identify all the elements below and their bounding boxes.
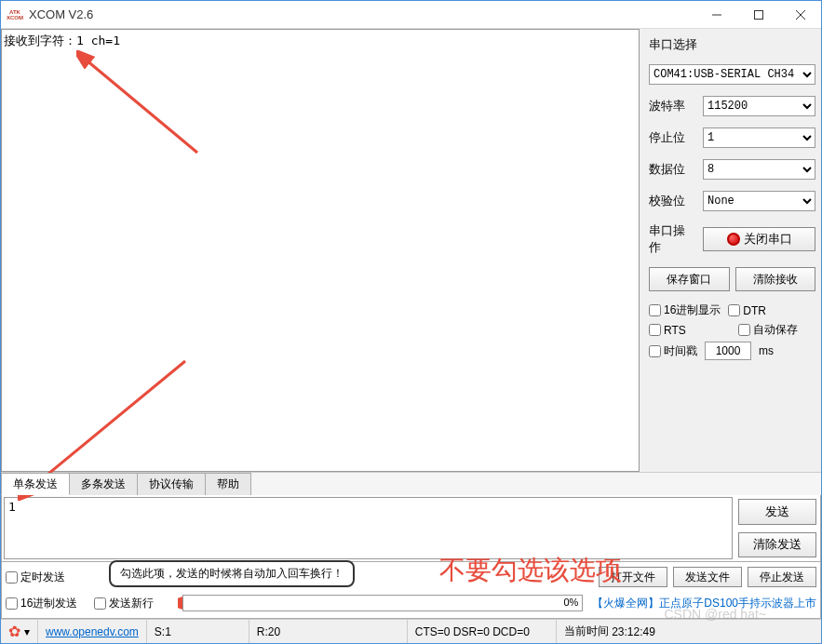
status-received: R:20 [249,620,408,643]
serial-section-title: 串口选择 [649,36,815,53]
stopbit-selector[interactable]: 1 [703,127,815,148]
promo-prefix: 【火爆全网】 [592,597,659,610]
status-time-value: 23:12:49 [612,625,655,638]
status-signals: CTS=0 DSR=0 DCD=0 [408,620,557,643]
serial-status-icon [727,233,740,246]
hex-send-checkbox[interactable]: 16进制发送 [6,596,85,611]
minimize-button[interactable] [695,1,737,28]
vendor-link[interactable]: www.openedv.com [46,625,139,638]
parity-selector[interactable]: None [703,191,815,211]
window-title: XCOM V2.6 [29,7,695,21]
autosave-checkbox[interactable]: 自动保存 [738,322,798,338]
timestamp-checkbox[interactable]: 时间戳 [649,343,697,359]
newline-tooltip: 勾选此项，发送的时候将自动加入回车换行！ [109,560,355,587]
dtr-checkbox[interactable]: DTR [728,304,766,317]
status-time-label: 当前时间 [564,624,609,639]
tab-single-send[interactable]: 单条发送 [1,473,70,495]
hex-display-checkbox[interactable]: 16进制显示 [649,302,721,318]
gear-icon: ✿ [8,623,20,640]
toggle-serial-button[interactable]: 关闭串口 [703,227,815,251]
status-settings[interactable]: ✿▾ [1,620,38,643]
stop-send-button[interactable]: 停止发送 [748,567,816,587]
titlebar: ATKXCOM XCOM V2.6 [1,1,821,29]
databit-label: 数据位 [649,161,695,178]
receive-textarea[interactable]: 接收到字符：1 ch=1 [1,29,640,472]
close-button[interactable] [779,1,821,28]
send-progress-bar: 0% [182,595,583,611]
baud-label: 波特率 [649,98,695,114]
svg-line-4 [86,60,197,153]
timed-send-checkbox[interactable]: 定时发送 [6,570,85,585]
serial-op-label: 串口操作 [649,222,695,256]
receive-text: 接收到字符：1 ch=1 [4,33,120,49]
send-file-button[interactable]: 发送文件 [673,567,742,587]
send-newline-checkbox[interactable]: 发送新行 [94,596,173,611]
open-file-button[interactable]: 打开文件 [599,567,667,587]
rts-checkbox[interactable]: RTS [649,324,731,337]
tab-protocol[interactable]: 协议传输 [137,473,206,495]
tabs-bar: 单条发送 多条发送 协议传输 帮助 [1,473,821,495]
status-sent: S:1 [147,620,249,643]
app-logo: ATKXCOM [7,7,23,23]
svg-rect-1 [754,10,762,19]
timestamp-interval-input[interactable] [705,342,751,360]
status-bar: ✿▾ www.openedv.com S:1 R:20 CTS=0 DSR=0 … [1,619,821,643]
tab-help[interactable]: 帮助 [205,473,251,495]
port-selector[interactable]: COM41:USB-SERIAL CH34 [649,64,815,85]
maximize-button[interactable] [737,1,779,28]
clear-send-button[interactable]: 清除发送 [738,532,816,558]
databit-selector[interactable]: 8 [703,159,815,180]
save-window-button[interactable]: 保存窗口 [649,267,730,291]
stopbit-label: 停止位 [649,129,695,146]
tab-multi-send[interactable]: 多条发送 [69,473,138,495]
parity-label: 校验位 [649,193,695,209]
send-textarea[interactable]: 1 [4,497,733,559]
timestamp-unit: ms [759,344,774,357]
send-button[interactable]: 发送 [738,499,816,525]
settings-panel: 串口选择 COM41:USB-SERIAL CH34 波特率115200 停止位… [640,29,821,472]
baud-selector[interactable]: 115200 [703,96,815,116]
dropdown-icon: ▾ [24,625,30,638]
promo-link[interactable]: 正点原子DS100手持示波器上市 [659,597,816,610]
clear-receive-button[interactable]: 清除接收 [735,267,816,291]
